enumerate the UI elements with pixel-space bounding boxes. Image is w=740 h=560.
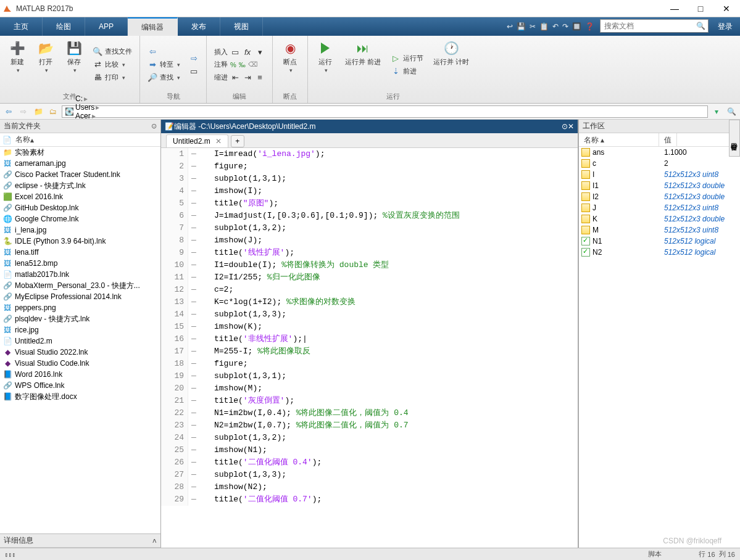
run-section-button[interactable]: ▷运行节 xyxy=(388,52,426,64)
code-line[interactable]: 15—imshow(K); xyxy=(161,321,578,333)
code-line[interactable]: 2—figure; xyxy=(161,160,578,173)
details-expand-icon[interactable]: ʌ xyxy=(152,537,157,545)
breadcrumb-2[interactable]: Acer ▸ xyxy=(75,112,107,120)
minimize-button[interactable]: — xyxy=(667,4,682,14)
code-line[interactable]: 25—imshow(N1); xyxy=(161,444,578,456)
insert-button[interactable]: 插入 ▭ fx ▾ xyxy=(212,46,267,57)
ribbon-tab-3[interactable]: 编辑器 xyxy=(128,17,178,36)
file-row[interactable]: 🔗GitHub Desktop.lnk xyxy=(0,202,160,213)
bookmark-button[interactable]: ▭ xyxy=(186,65,201,76)
file-row[interactable]: 🔗MyEclipse Professional 2014.lnk xyxy=(0,291,160,302)
breadcrumb-1[interactable]: Users ▸ xyxy=(75,103,107,112)
code-line[interactable]: 14—subplot(1,3,3); xyxy=(161,308,578,321)
qat-icon-5[interactable]: ↷ xyxy=(562,22,568,31)
qat-icon-6[interactable]: 🔲 xyxy=(572,22,581,31)
file-row[interactable]: 🐍IDLE (Python 3.9 64-bit).lnk xyxy=(0,236,160,247)
print-button[interactable]: 🖶打印 xyxy=(90,72,135,83)
search-path-icon[interactable]: 🔍 xyxy=(725,107,738,116)
file-row[interactable]: 🖼peppers.png xyxy=(0,302,160,313)
qat-icon-2[interactable]: ✂ xyxy=(530,22,536,31)
editor-close-icon[interactable]: ✕ xyxy=(568,122,574,131)
file-row[interactable]: 🖼rice.jpg xyxy=(0,324,160,336)
ribbon-tab-1[interactable]: 绘图 xyxy=(43,17,85,36)
breadcrumb-0[interactable]: C: ▸ xyxy=(75,94,107,103)
workspace-row[interactable]: I2512x512x3 double xyxy=(579,191,740,202)
ribbon-tab-4[interactable]: 发布 xyxy=(178,17,220,36)
code-line[interactable]: 22—N1=im2bw(I,0.4); %将此图像二值化，阈值为 0.4 xyxy=(161,407,578,419)
code-line[interactable]: 7—subplot(1,3,2); xyxy=(161,222,578,234)
file-row[interactable]: 📁实验素材 xyxy=(0,147,160,158)
code-line[interactable]: 28—imshow(N2); xyxy=(161,481,578,493)
editor-tab[interactable]: Untitled2.m ✕ xyxy=(166,134,228,147)
indent-button[interactable]: 缩进 ⇤ ⇥ ≡ xyxy=(212,72,267,83)
file-row[interactable]: 📄Untitled2.m xyxy=(0,336,160,347)
ribbon-tab-2[interactable]: APP xyxy=(85,17,128,36)
code-line[interactable]: 21—title('灰度倒置'); xyxy=(161,395,578,407)
find-files-button[interactable]: 🔍查找文件 xyxy=(90,46,135,57)
file-row[interactable]: 🔗WPS Office.lnk xyxy=(0,380,160,391)
close-button[interactable]: ✕ xyxy=(719,4,734,14)
workspace-row[interactable]: M512x512x3 uint8 xyxy=(579,224,740,236)
doc-search[interactable]: 🔍 xyxy=(600,19,709,33)
open-button[interactable]: 📂打开 xyxy=(33,38,58,91)
nav-fwd-icon[interactable]: ⇨ xyxy=(17,107,30,116)
workspace-row[interactable]: c2 xyxy=(579,158,740,169)
breakpoints-button[interactable]: ◉断点 xyxy=(278,38,302,91)
workspace-col-name[interactable]: 名称 ▴ xyxy=(579,133,659,146)
up-folder-icon[interactable]: 📁 xyxy=(32,107,44,116)
file-row[interactable]: 📘Word 2016.lnk xyxy=(0,369,160,380)
code-line[interactable]: 27—subplot(1,3,3); xyxy=(161,469,578,481)
file-row[interactable]: 🖼lena.tiff xyxy=(0,247,160,258)
goto-button[interactable]: ➡转至 xyxy=(145,59,183,70)
editor-menu-icon[interactable]: ⊙ xyxy=(562,122,568,131)
code-line[interactable]: 20—imshow(M); xyxy=(161,382,578,395)
file-column-name[interactable]: 名称 xyxy=(15,134,30,145)
code-line[interactable]: 18—figure; xyxy=(161,358,578,370)
code-line[interactable]: 10—I1=double(I); %将图像转换为 double 类型 xyxy=(161,259,578,271)
workspace-row[interactable]: J512x512x3 uint8 xyxy=(579,202,740,213)
qat-icon-3[interactable]: 📋 xyxy=(539,22,549,31)
new-tab-button[interactable]: + xyxy=(231,135,244,147)
qat-icon-0[interactable]: ↩ xyxy=(507,22,513,31)
code-line[interactable]: 1—I=imread('i_lena.jpg'); xyxy=(161,148,578,160)
qat-icon-1[interactable]: 💾 xyxy=(517,22,526,31)
advance-button[interactable]: ⇣前进 xyxy=(388,65,426,76)
tab-close-icon[interactable]: ✕ xyxy=(215,137,222,146)
code-line[interactable]: 8—imshow(J); xyxy=(161,234,578,247)
qat-icon-4[interactable]: ↶ xyxy=(552,22,559,31)
workspace-row[interactable]: ans1.1000 xyxy=(579,147,740,158)
code-line[interactable]: 13—K=c*log(1+I2); %求图像的对数变换 xyxy=(161,296,578,308)
qat-icon-7[interactable]: ❓ xyxy=(585,22,594,31)
file-row[interactable]: 🟩Excel 2016.lnk xyxy=(0,191,160,202)
comment-button[interactable]: 注释 % ‰ ⌫ xyxy=(212,59,267,70)
code-editor[interactable]: 1—I=imread('i_lena.jpg');2—figure;3—subp… xyxy=(161,148,578,548)
path-box[interactable]: 💽 C: ▸ Users ▸ Acer ▸ Desktop ▸ xyxy=(62,105,708,118)
find-button[interactable]: 🔎查找 xyxy=(145,72,183,83)
maximize-button[interactable]: □ xyxy=(693,4,708,14)
workspace-row[interactable]: K512x512x3 double xyxy=(579,213,740,224)
nav-fwd-button[interactable]: ⇨ xyxy=(186,52,201,64)
workspace-row[interactable]: N1512x512 logical xyxy=(579,236,740,247)
file-row[interactable]: ◆Visual Studio 2022.lnk xyxy=(0,347,160,358)
code-line[interactable]: 29—title('二值化阈值 0.7'); xyxy=(161,493,578,506)
code-line[interactable]: 12—c=2; xyxy=(161,284,578,296)
code-line[interactable]: 4—imshow(I); xyxy=(161,185,578,197)
file-row[interactable]: 🔗plsqldev - 快捷方式.lnk xyxy=(0,313,160,324)
code-line[interactable]: 24—subplot(1,3,2); xyxy=(161,432,578,444)
command-window-rail[interactable]: 命令行窗口 xyxy=(729,120,740,157)
code-line[interactable]: 23—N2=im2bw(I,0.7); %将此图像二值化，阈值为 0.7 xyxy=(161,419,578,432)
workspace-row[interactable]: N2512x512 logical xyxy=(579,247,740,258)
file-row[interactable]: 🖼i_lena.jpg xyxy=(0,224,160,236)
workspace-col-value[interactable]: 值 xyxy=(659,133,677,146)
code-line[interactable]: 11—I2=I1/255; %归一化此图像 xyxy=(161,271,578,284)
workspace-row[interactable]: I1512x512x3 double xyxy=(579,180,740,191)
code-line[interactable]: 17—M=255-I; %将此图像取反 xyxy=(161,345,578,358)
run-advance-button[interactable]: ⏭运行并 前进 xyxy=(341,38,385,91)
search-input[interactable] xyxy=(601,22,693,30)
file-row[interactable]: 🌐Google Chrome.lnk xyxy=(0,213,160,224)
save-button[interactable]: 💾保存 xyxy=(62,38,86,91)
ribbon-tab-0[interactable]: 主页 xyxy=(0,17,43,36)
run-button[interactable]: 运行 xyxy=(313,38,338,91)
file-row[interactable]: 🖼lena512.bmp xyxy=(0,258,160,269)
compare-button[interactable]: ⇄比较 xyxy=(90,59,135,70)
